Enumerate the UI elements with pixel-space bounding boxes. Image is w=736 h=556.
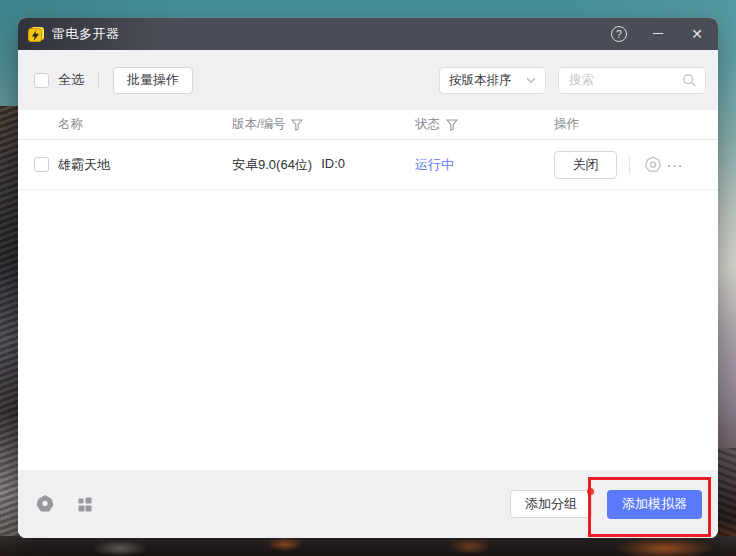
table-row: 雄霸天地 安卓9.0(64位) ID:0 运行中 关闭 ···	[18, 140, 718, 190]
notification-dot	[587, 488, 594, 495]
instance-status-cell: 运行中	[415, 156, 554, 174]
global-settings-button[interactable]	[34, 493, 56, 515]
column-label-version: 版本/编号	[232, 116, 285, 133]
toolbar-divider	[98, 72, 99, 88]
app-logo-icon	[28, 26, 44, 42]
layout-grid-button[interactable]	[73, 493, 95, 515]
column-label-name: 名称	[58, 116, 83, 133]
gear-filled-icon	[35, 494, 55, 514]
filter-funnel-icon[interactable]	[291, 119, 303, 131]
search-box	[558, 67, 706, 94]
select-all-checkbox[interactable]	[34, 73, 49, 88]
close-button[interactable]: ✕	[688, 25, 706, 43]
sort-dropdown[interactable]: 按版本排序	[439, 67, 546, 94]
table-header: 名称 版本/编号 状态 操作	[18, 110, 718, 140]
column-header-operations: 操作	[554, 116, 718, 133]
titlebar: 雷电多开器 ? ─ ✕	[18, 18, 718, 50]
column-header-version: 版本/编号	[232, 116, 415, 133]
instance-version: 安卓9.0(64位)	[232, 156, 312, 174]
instance-name: 雄霸天地	[58, 156, 232, 174]
row-checkbox[interactable]	[34, 157, 49, 172]
status-badge: 运行中	[415, 157, 454, 172]
add-group-button[interactable]: 添加分组	[510, 490, 592, 518]
wallpaper-mountain-left	[0, 106, 19, 556]
ellipsis-icon: ···	[667, 160, 684, 170]
search-input[interactable]	[569, 73, 676, 87]
column-label-operations: 操作	[554, 116, 579, 133]
instance-id: ID:0	[321, 156, 345, 174]
titlebar-buttons: ? ─ ✕	[610, 25, 706, 43]
footer-left-icons	[34, 493, 95, 515]
column-header-status: 状态	[415, 116, 554, 133]
add-group-label: 添加分组	[525, 495, 577, 513]
footer-right-buttons: 添加分组 添加模拟器	[510, 490, 702, 519]
close-instance-button[interactable]: 关闭	[554, 151, 617, 179]
filter-funnel-icon[interactable]	[446, 119, 458, 131]
minimize-button[interactable]: ─	[649, 24, 667, 42]
help-button[interactable]: ?	[610, 25, 628, 43]
lightning-bolt-icon	[31, 30, 40, 41]
toolbar-right: 按版本排序	[439, 67, 706, 94]
footer-bar: 添加分组 添加模拟器	[18, 470, 718, 538]
empty-list-area	[18, 190, 718, 470]
batch-operations-button[interactable]: 批量操作	[113, 67, 193, 94]
instance-operations-cell: 关闭 ···	[554, 151, 718, 179]
toolbar: 全选 批量操作 按版本排序	[18, 50, 718, 110]
column-header-name: 名称	[18, 116, 232, 133]
operations-divider	[629, 156, 630, 174]
grid-icon	[76, 496, 93, 513]
more-options-button[interactable]: ···	[664, 154, 686, 176]
add-emulator-button[interactable]: 添加模拟器	[607, 490, 702, 519]
gear-icon	[643, 155, 663, 175]
wallpaper-mountain-bottom	[0, 536, 736, 556]
window-title: 雷电多开器	[52, 25, 120, 43]
search-icon	[682, 73, 697, 88]
chevron-down-icon	[526, 77, 536, 84]
column-label-status: 状态	[415, 116, 440, 133]
app-window: 雷电多开器 ? ─ ✕ 全选 批量操作 按版本排序	[18, 18, 718, 538]
desktop-wallpaper: 雷电多开器 ? ─ ✕ 全选 批量操作 按版本排序	[0, 0, 736, 556]
select-all-label: 全选	[58, 71, 84, 89]
sort-dropdown-value: 按版本排序	[449, 72, 512, 89]
instance-version-cell: 安卓9.0(64位) ID:0	[232, 156, 415, 174]
instance-settings-button[interactable]	[642, 154, 664, 176]
help-icon: ?	[611, 26, 627, 42]
